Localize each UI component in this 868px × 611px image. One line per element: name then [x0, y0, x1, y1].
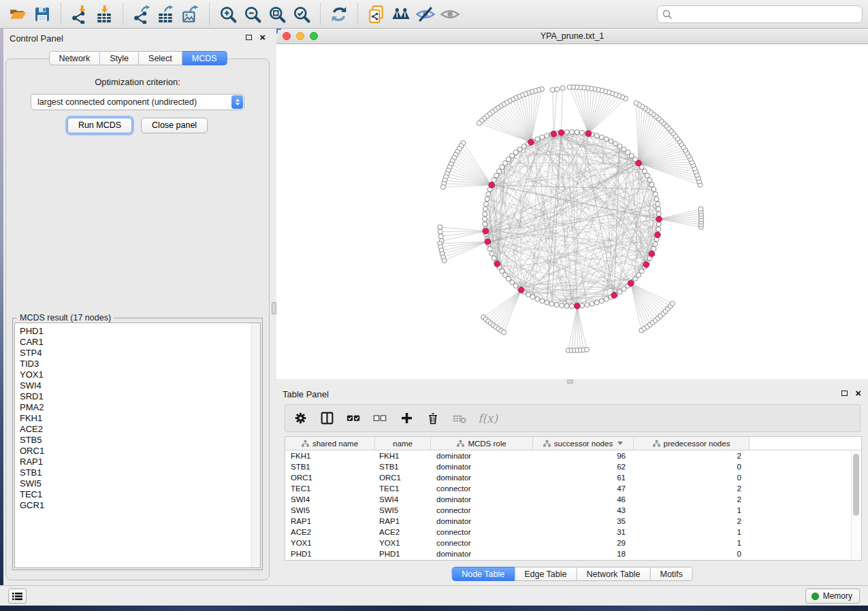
ring-node[interactable] [486, 192, 491, 197]
mcds-hub-node[interactable] [611, 293, 617, 299]
ring-node[interactable] [626, 150, 630, 154]
ring-node[interactable] [564, 130, 569, 135]
table-row[interactable]: YOX1 YOX1 connector 29 1 [285, 538, 861, 548]
ring-node[interactable] [510, 280, 515, 285]
mcds-hub-node[interactable] [655, 232, 661, 238]
ring-node[interactable] [656, 227, 661, 231]
run-mcds-button[interactable]: Run MCDS [67, 118, 132, 133]
ring-node[interactable] [485, 197, 489, 201]
ring-node[interactable] [545, 300, 549, 305]
ring-node[interactable] [506, 276, 511, 281]
tab-motifs[interactable]: Motifs [650, 567, 692, 581]
ring-node[interactable] [633, 276, 638, 281]
ring-node[interactable] [513, 150, 518, 154]
save-icon[interactable] [31, 3, 53, 25]
mcds-hub-node[interactable] [551, 131, 557, 137]
ring-node[interactable] [652, 187, 656, 192]
leaf-node[interactable] [477, 121, 481, 126]
ring-node[interactable] [604, 297, 609, 301]
network-import-icon[interactable] [69, 3, 91, 25]
table-export-icon[interactable] [155, 3, 177, 25]
ring-node[interactable] [540, 135, 545, 139]
column-header-shared-name[interactable]: shared name [285, 437, 375, 450]
optimization-criterion-dropdown[interactable]: largest connected component (undirected) [31, 94, 244, 110]
mcds-result-item[interactable]: STP4 [15, 348, 251, 359]
mcds-result-item[interactable]: PHD1 [15, 326, 251, 337]
ring-node[interactable] [599, 135, 604, 139]
mcds-result-item[interactable]: PMA2 [15, 402, 251, 413]
mcds-hub-node[interactable] [494, 261, 500, 267]
float-panel-icon[interactable] [841, 391, 848, 396]
ring-node[interactable] [540, 299, 545, 303]
ring-node[interactable] [594, 300, 599, 305]
ring-node[interactable] [483, 201, 488, 206]
mcds-result-item[interactable]: SWI5 [15, 478, 251, 489]
float-panel-icon[interactable] [246, 35, 252, 40]
ring-node[interactable] [654, 197, 659, 201]
ring-node[interactable] [487, 246, 492, 251]
leaf-node[interactable] [567, 85, 572, 90]
ring-node[interactable] [590, 301, 594, 306]
tab-style[interactable]: Style [100, 51, 139, 65]
zoom-in-icon[interactable] [217, 3, 239, 25]
ring-node[interactable] [570, 304, 575, 309]
ring-node[interactable] [656, 222, 661, 227]
tab-select[interactable]: Select [139, 51, 182, 65]
mcds-result-item[interactable]: FKH1 [15, 413, 251, 424]
ring-node[interactable] [483, 222, 487, 227]
leaf-node[interactable] [442, 258, 447, 263]
column-header-predecessor-nodes[interactable]: predecessor nodes [634, 437, 750, 450]
ring-node[interactable] [656, 212, 661, 216]
tab-node-table[interactable]: Node Table [451, 567, 515, 581]
mcds-hub-node[interactable] [628, 280, 634, 286]
search-input[interactable] [673, 9, 858, 20]
function-builder-icon[interactable]: f(x) [478, 412, 498, 425]
mcds-result-item[interactable]: SRD1 [15, 391, 251, 402]
ring-node[interactable] [483, 217, 487, 222]
deselect-all-checkboxes-icon[interactable] [372, 410, 388, 427]
mcds-hub-node[interactable] [636, 160, 642, 166]
ring-node[interactable] [647, 178, 652, 182]
horizontal-splitter[interactable] [276, 379, 868, 384]
ring-node[interactable] [535, 297, 540, 301]
column-header-mcds-role[interactable]: MCDS role [431, 437, 533, 450]
hide-eye-icon[interactable] [415, 3, 436, 25]
binoculars-icon[interactable] [390, 3, 412, 25]
table-row[interactable]: TEC1 TEC1 connector 47 2 [285, 483, 861, 494]
ring-node[interactable] [575, 130, 579, 135]
mcds-hub-node[interactable] [489, 182, 495, 188]
ring-node[interactable] [497, 169, 502, 174]
delete-column-icon[interactable] [425, 410, 441, 427]
ring-node[interactable] [609, 139, 613, 144]
leaf-node[interactable] [560, 86, 565, 90]
ring-node[interactable] [564, 303, 569, 308]
table-scrollbar[interactable] [851, 451, 861, 559]
leaf-node[interactable] [550, 88, 555, 93]
split-columns-icon[interactable] [319, 410, 335, 427]
delete-table-icon[interactable] [451, 410, 468, 427]
network-titlebar[interactable]: YPA_prune.txt_1 [276, 29, 868, 44]
document-share-icon[interactable] [366, 3, 387, 25]
mcds-result-item[interactable]: ORC1 [15, 446, 251, 457]
ring-node[interactable] [549, 301, 554, 306]
tab-network-table[interactable]: Network Table [577, 567, 651, 581]
mcds-hub-node[interactable] [643, 262, 649, 268]
table-row[interactable]: RAP1 RAP1 dominator 35 2 [285, 516, 861, 527]
ring-node[interactable] [502, 161, 507, 165]
ring-node[interactable] [613, 142, 618, 146]
ring-node[interactable] [494, 174, 499, 178]
ring-node[interactable] [642, 169, 647, 174]
close-panel-icon[interactable]: × [259, 34, 266, 40]
mcds-result-list[interactable]: PHD1 CAR1 STP4 TID3 YOX1 SWI4 SRD1 [14, 323, 261, 568]
table-row[interactable]: PHD1 PHD1 dominator 18 0 [285, 548, 861, 559]
ring-node[interactable] [604, 137, 609, 142]
ring-node[interactable] [570, 130, 575, 135]
open-folder-icon[interactable] [7, 3, 29, 25]
memory-button[interactable]: Memory [805, 589, 860, 604]
table-row[interactable]: FKH1 FKH1 dominator 96 2 [285, 450, 861, 461]
ring-node[interactable] [513, 284, 518, 288]
ring-node[interactable] [500, 165, 504, 169]
ring-node[interactable] [521, 144, 526, 149]
ring-node[interactable] [530, 295, 535, 299]
table-row[interactable]: ORC1 ORC1 dominator 61 0 [285, 472, 861, 483]
